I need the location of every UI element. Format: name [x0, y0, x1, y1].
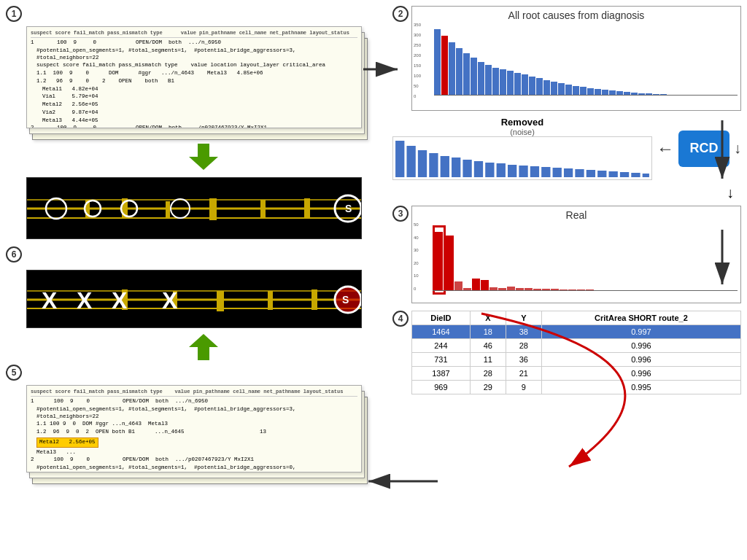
table-row-3: 731 11 36 0.996: [412, 353, 741, 367]
table-row-5: 969 29 9 0.995: [412, 381, 741, 394]
chart-2-title: All root causes from diagnosis: [412, 7, 740, 23]
svg-rect-39: [462, 160, 471, 177]
cell-dieid-4: 1387: [412, 367, 471, 381]
svg-text:X: X: [112, 287, 128, 314]
section-2-area: 2 All root causes from diagnosis 350 300…: [392, 6, 741, 111]
svg-rect-47: [553, 168, 562, 177]
cell-critarea-5: 0.995: [541, 381, 740, 394]
chart3-bar-5: [472, 279, 480, 291]
cell-y-1: 38: [506, 325, 541, 339]
main-container: 1 suspect score fail_match pass_mismatch…: [0, 0, 747, 560]
report-card-front: suspect score fail_match pass_mismatch t…: [26, 26, 362, 128]
table-row-4: 1387 28 21 0.996: [412, 367, 741, 381]
svg-rect-10: [304, 198, 310, 219]
cell-y-2: 28: [506, 339, 541, 353]
chart-2-bars-area: 350 300 250 200 150 100 50 0: [412, 23, 740, 110]
removed-title: Removed (noise): [392, 117, 652, 136]
chart-3-bars-area: 50 40 30 20 10 0: [412, 222, 740, 303]
section-3-number: 3: [392, 206, 409, 222]
section-6-number: 6: [6, 246, 22, 262]
svg-rect-52: [609, 171, 618, 177]
arrow-left-removed: ←: [657, 139, 674, 159]
svg-rect-51: [597, 171, 606, 177]
table-row-highlighted: 1464 18 38 0.997: [412, 325, 741, 339]
chart3-bar-1: [433, 232, 443, 291]
cell-x-1: 18: [470, 325, 506, 339]
svg-marker-0: [189, 144, 218, 170]
cell-dieid-5: 969: [412, 381, 471, 394]
cell-dieid-1: 1464: [412, 325, 471, 339]
chart-2-box: All root causes from diagnosis 350 300 2…: [411, 6, 741, 111]
section-4-area: 4 DieID X Y CritArea SHORT route_2 1464 …: [392, 311, 741, 394]
cell-critarea-2: 0.996: [541, 339, 740, 353]
section-2-number: 2: [392, 6, 409, 22]
pcb-image-circles: S: [26, 177, 362, 239]
svg-rect-49: [575, 169, 584, 177]
arrow-rcd-area: ↓: [734, 140, 741, 157]
section-1-number: 1: [6, 6, 22, 22]
removed-section: Removed (noise): [392, 117, 652, 180]
svg-rect-24: [268, 291, 273, 310]
col-dieid: DieID: [412, 311, 471, 325]
svg-rect-46: [541, 167, 550, 177]
arrow-down-rcd: ↓: [392, 184, 741, 201]
col-critarea: CritArea SHORT route_2: [541, 311, 740, 325]
svg-rect-7: [166, 201, 170, 217]
svg-text:X: X: [162, 287, 178, 314]
svg-text:X: X: [77, 287, 93, 314]
chart-3-title: Real: [412, 206, 740, 222]
table-row-2: 244 46 28 0.996: [412, 339, 741, 353]
report-card-5-front: suspect score fail_match pass_mismatch t…: [26, 385, 362, 472]
svg-rect-54: [631, 173, 640, 177]
bar-1: [434, 29, 441, 96]
table-header-row: DieID X Y CritArea SHORT route_2: [412, 311, 741, 325]
chart-3-xaxis: [433, 290, 738, 291]
svg-rect-35: [418, 150, 427, 177]
chart-2-xaxis-line: [434, 95, 738, 96]
chart-2-bars: [434, 26, 738, 96]
report-stack-5: suspect score fail_match pass_mismatch t…: [26, 385, 381, 491]
section-4-number: 4: [392, 311, 409, 327]
section-5-number: 5: [6, 365, 22, 381]
arrow-up-section6: [26, 334, 381, 360]
section-5-area: 5: [6, 365, 381, 381]
svg-rect-37: [441, 156, 449, 177]
report-header-front: suspect score fail_match pass_mismatch t…: [31, 30, 357, 38]
svg-rect-9: [260, 200, 266, 219]
svg-rect-45: [530, 166, 539, 177]
cell-x-3: 11: [470, 353, 506, 367]
svg-text:S: S: [342, 294, 349, 306]
cell-critarea-1: 0.997: [541, 325, 740, 339]
chart-3-box: Real 50 40 30 20 10 0: [411, 206, 741, 303]
svg-rect-40: [474, 161, 483, 177]
cell-y-3: 36: [506, 353, 541, 367]
pcb-image-xmarks: X X X X S: [26, 270, 362, 328]
col-x: X: [470, 311, 506, 325]
cell-x-4: 28: [470, 367, 506, 381]
cell-dieid-3: 731: [412, 353, 471, 367]
svg-rect-36: [429, 153, 438, 177]
bar-3: [449, 42, 455, 96]
chart-2-yaxis: 350 300 250 200 150 100 50 0: [414, 23, 421, 98]
arrow-down-section1: [26, 144, 381, 170]
report-stack-1: suspect score fail_match pass_mismatch t…: [26, 26, 381, 147]
svg-rect-48: [564, 168, 573, 177]
cell-x-5: 29: [470, 381, 506, 394]
cell-x-2: 46: [470, 339, 506, 353]
col-y: Y: [506, 311, 541, 325]
svg-rect-50: [587, 170, 595, 177]
svg-rect-25: [311, 289, 317, 310]
middle-row: Removed (noise): [392, 117, 741, 180]
left-column: 1 suspect score fail_match pass_mismatch…: [0, 0, 387, 560]
section-1-area: 1: [6, 6, 381, 22]
cell-y-5: 9: [506, 381, 541, 394]
cell-dieid-2: 244: [412, 339, 471, 353]
die-table: DieID X Y CritArea SHORT route_2 1464 18…: [411, 311, 741, 394]
svg-rect-8: [209, 198, 217, 220]
removed-chart: [392, 136, 652, 180]
chart-3-bars: [433, 225, 738, 291]
svg-rect-55: [643, 174, 649, 177]
svg-rect-33: [395, 141, 404, 177]
cell-y-4: 21: [506, 367, 541, 381]
right-column: 2 All root causes from diagnosis 350 300…: [387, 0, 747, 560]
